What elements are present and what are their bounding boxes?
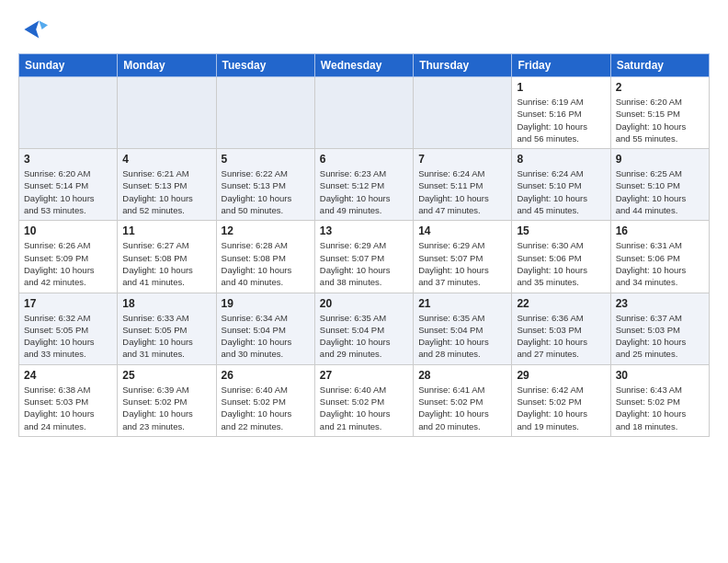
day-cell: 25Sunrise: 6:39 AMSunset: 5:02 PMDayligh… (118, 364, 216, 436)
day-number: 7 (418, 153, 506, 166)
day-number: 22 (517, 297, 605, 310)
day-info: Sunrise: 6:24 AMSunset: 5:11 PMDaylight:… (418, 167, 506, 216)
day-number: 3 (24, 153, 112, 166)
day-cell: 20Sunrise: 6:35 AMSunset: 5:04 PMDayligh… (314, 293, 413, 364)
day-info: Sunrise: 6:27 AMSunset: 5:08 PMDaylight:… (122, 239, 210, 288)
header (18, 15, 710, 44)
day-number: 16 (616, 224, 704, 237)
day-info: Sunrise: 6:38 AMSunset: 5:03 PMDaylight:… (24, 384, 112, 432)
day-number: 19 (222, 297, 310, 310)
day-cell: 30Sunrise: 6:43 AMSunset: 5:02 PMDayligh… (610, 364, 709, 436)
day-info: Sunrise: 6:31 AMSunset: 5:06 PMDaylight:… (616, 239, 704, 288)
day-info: Sunrise: 6:22 AMSunset: 5:13 PMDaylight:… (222, 167, 310, 216)
day-number: 11 (122, 224, 210, 237)
day-cell: 26Sunrise: 6:40 AMSunset: 5:02 PMDayligh… (216, 364, 314, 436)
day-info: Sunrise: 6:37 AMSunset: 5:03 PMDaylight:… (616, 312, 704, 361)
col-header-thursday: Thursday (414, 54, 512, 77)
day-info: Sunrise: 6:25 AMSunset: 5:10 PMDaylight:… (616, 167, 704, 216)
col-header-tuesday: Tuesday (216, 54, 314, 77)
day-info: Sunrise: 6:29 AMSunset: 5:07 PMDaylight:… (320, 239, 408, 288)
day-number: 14 (418, 224, 506, 237)
logo-icon (18, 15, 48, 44)
day-cell: 29Sunrise: 6:42 AMSunset: 5:02 PMDayligh… (512, 364, 610, 436)
svg-marker-1 (39, 20, 48, 29)
day-cell: 23Sunrise: 6:37 AMSunset: 5:03 PMDayligh… (610, 293, 709, 364)
day-info: Sunrise: 6:29 AMSunset: 5:07 PMDaylight:… (418, 239, 506, 288)
day-cell: 17Sunrise: 6:32 AMSunset: 5:05 PMDayligh… (19, 293, 118, 364)
day-number: 26 (222, 369, 310, 382)
day-info: Sunrise: 6:41 AMSunset: 5:02 PMDaylight:… (418, 384, 506, 432)
day-cell: 14Sunrise: 6:29 AMSunset: 5:07 PMDayligh… (414, 221, 512, 293)
day-cell: 9Sunrise: 6:25 AMSunset: 5:10 PMDaylight… (610, 149, 709, 221)
day-cell: 2Sunrise: 6:20 AMSunset: 5:15 PMDaylight… (610, 77, 709, 149)
day-number: 9 (616, 153, 704, 166)
day-number: 6 (320, 153, 408, 166)
day-info: Sunrise: 6:20 AMSunset: 5:15 PMDaylight:… (616, 96, 704, 144)
day-cell: 19Sunrise: 6:34 AMSunset: 5:04 PMDayligh… (216, 293, 314, 364)
logo (18, 15, 51, 44)
day-info: Sunrise: 6:21 AMSunset: 5:13 PMDaylight:… (122, 167, 210, 216)
day-number: 29 (517, 369, 605, 382)
day-cell: 28Sunrise: 6:41 AMSunset: 5:02 PMDayligh… (414, 364, 512, 436)
col-header-friday: Friday (512, 54, 610, 77)
day-cell (414, 77, 512, 149)
day-cell: 18Sunrise: 6:33 AMSunset: 5:05 PMDayligh… (118, 293, 216, 364)
svg-marker-0 (24, 20, 39, 38)
day-info: Sunrise: 6:43 AMSunset: 5:02 PMDaylight:… (616, 384, 704, 432)
week-row-4: 17Sunrise: 6:32 AMSunset: 5:05 PMDayligh… (19, 293, 710, 364)
day-info: Sunrise: 6:34 AMSunset: 5:04 PMDaylight:… (222, 312, 310, 361)
week-row-3: 10Sunrise: 6:26 AMSunset: 5:09 PMDayligh… (19, 221, 710, 293)
day-info: Sunrise: 6:32 AMSunset: 5:05 PMDaylight:… (24, 312, 112, 361)
day-number: 12 (222, 224, 310, 237)
day-cell: 5Sunrise: 6:22 AMSunset: 5:13 PMDaylight… (216, 149, 314, 221)
day-cell: 22Sunrise: 6:36 AMSunset: 5:03 PMDayligh… (512, 293, 610, 364)
day-info: Sunrise: 6:40 AMSunset: 5:02 PMDaylight:… (320, 384, 408, 432)
day-number: 24 (24, 369, 112, 382)
day-info: Sunrise: 6:24 AMSunset: 5:10 PMDaylight:… (517, 167, 605, 216)
day-cell (314, 77, 413, 149)
day-cell: 13Sunrise: 6:29 AMSunset: 5:07 PMDayligh… (314, 221, 413, 293)
day-number: 13 (320, 224, 408, 237)
day-number: 23 (616, 297, 704, 310)
day-cell: 15Sunrise: 6:30 AMSunset: 5:06 PMDayligh… (512, 221, 610, 293)
day-number: 25 (122, 369, 210, 382)
day-cell (19, 77, 118, 149)
day-cell: 3Sunrise: 6:20 AMSunset: 5:14 PMDaylight… (19, 149, 118, 221)
day-info: Sunrise: 6:19 AMSunset: 5:16 PMDaylight:… (517, 96, 605, 144)
day-number: 1 (517, 81, 605, 94)
week-row-2: 3Sunrise: 6:20 AMSunset: 5:14 PMDaylight… (19, 149, 710, 221)
day-number: 5 (222, 153, 310, 166)
day-number: 10 (24, 224, 112, 237)
day-info: Sunrise: 6:30 AMSunset: 5:06 PMDaylight:… (517, 239, 605, 288)
day-number: 15 (517, 224, 605, 237)
page: SundayMondayTuesdayWednesdayThursdayFrid… (0, 0, 728, 563)
day-info: Sunrise: 6:35 AMSunset: 5:04 PMDaylight:… (418, 312, 506, 361)
day-cell: 11Sunrise: 6:27 AMSunset: 5:08 PMDayligh… (118, 221, 216, 293)
day-cell: 27Sunrise: 6:40 AMSunset: 5:02 PMDayligh… (314, 364, 413, 436)
day-number: 27 (320, 369, 408, 382)
day-cell: 1Sunrise: 6:19 AMSunset: 5:16 PMDaylight… (512, 77, 610, 149)
day-cell (118, 77, 216, 149)
day-info: Sunrise: 6:39 AMSunset: 5:02 PMDaylight:… (122, 384, 210, 432)
day-cell: 16Sunrise: 6:31 AMSunset: 5:06 PMDayligh… (610, 221, 709, 293)
day-number: 8 (517, 153, 605, 166)
day-number: 4 (122, 153, 210, 166)
header-row: SundayMondayTuesdayWednesdayThursdayFrid… (19, 54, 710, 77)
day-cell: 10Sunrise: 6:26 AMSunset: 5:09 PMDayligh… (19, 221, 118, 293)
day-info: Sunrise: 6:28 AMSunset: 5:08 PMDaylight:… (222, 239, 310, 288)
week-row-1: 1Sunrise: 6:19 AMSunset: 5:16 PMDaylight… (19, 77, 710, 149)
day-cell: 12Sunrise: 6:28 AMSunset: 5:08 PMDayligh… (216, 221, 314, 293)
week-row-5: 24Sunrise: 6:38 AMSunset: 5:03 PMDayligh… (19, 364, 710, 436)
day-number: 20 (320, 297, 408, 310)
day-number: 30 (616, 369, 704, 382)
day-number: 18 (122, 297, 210, 310)
day-cell: 21Sunrise: 6:35 AMSunset: 5:04 PMDayligh… (414, 293, 512, 364)
col-header-monday: Monday (118, 54, 216, 77)
col-header-wednesday: Wednesday (314, 54, 413, 77)
day-number: 17 (24, 297, 112, 310)
col-header-sunday: Sunday (19, 54, 118, 77)
day-number: 2 (616, 81, 704, 94)
day-info: Sunrise: 6:33 AMSunset: 5:05 PMDaylight:… (122, 312, 210, 361)
day-number: 21 (418, 297, 506, 310)
day-cell: 4Sunrise: 6:21 AMSunset: 5:13 PMDaylight… (118, 149, 216, 221)
